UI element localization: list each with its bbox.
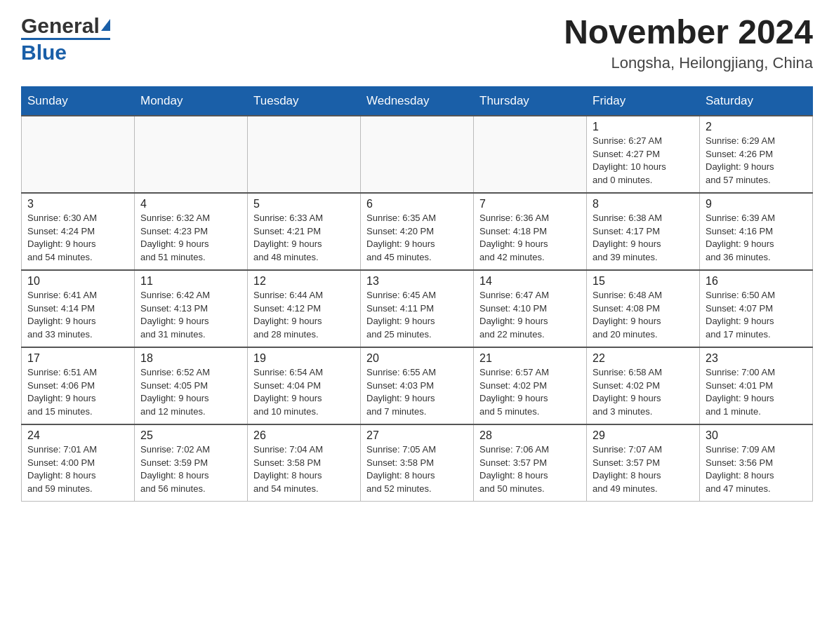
day-number: 3 [27, 198, 128, 210]
logo-general-text: General [21, 14, 100, 37]
calendar-cell: 5Sunrise: 6:33 AM Sunset: 4:21 PM Daylig… [248, 193, 361, 270]
day-number: 2 [706, 121, 807, 133]
day-number: 24 [27, 429, 128, 442]
calendar-cell: 14Sunrise: 6:47 AM Sunset: 4:10 PM Dayli… [474, 270, 587, 347]
day-info: Sunrise: 6:54 AM Sunset: 4:04 PM Dayligh… [253, 366, 355, 419]
logo: General Blue [21, 14, 110, 64]
calendar-cell: 28Sunrise: 7:06 AM Sunset: 3:57 PM Dayli… [474, 424, 587, 502]
day-info: Sunrise: 7:00 AM Sunset: 4:01 PM Dayligh… [706, 366, 807, 419]
calendar-cell: 25Sunrise: 7:02 AM Sunset: 3:59 PM Dayli… [135, 424, 248, 502]
calendar-cell: 24Sunrise: 7:01 AM Sunset: 4:00 PM Dayli… [22, 424, 135, 502]
day-number: 30 [706, 429, 807, 442]
day-number: 5 [253, 198, 355, 210]
day-number: 11 [140, 275, 241, 288]
day-number: 10 [27, 275, 128, 288]
column-header-tuesday: Tuesday [248, 86, 361, 116]
calendar-cell: 13Sunrise: 6:45 AM Sunset: 4:11 PM Dayli… [361, 270, 474, 347]
title-block: November 2024 Longsha, Heilongjiang, Chi… [564, 14, 813, 72]
day-number: 28 [479, 429, 581, 442]
day-info: Sunrise: 7:02 AM Sunset: 3:59 PM Dayligh… [140, 443, 241, 496]
calendar-cell: 21Sunrise: 6:57 AM Sunset: 4:02 PM Dayli… [474, 347, 587, 424]
day-info: Sunrise: 6:41 AM Sunset: 4:14 PM Dayligh… [27, 289, 128, 342]
calendar-cell: 1Sunrise: 6:27 AM Sunset: 4:27 PM Daylig… [587, 116, 700, 193]
day-info: Sunrise: 7:05 AM Sunset: 3:58 PM Dayligh… [366, 443, 468, 496]
calendar-cell: 18Sunrise: 6:52 AM Sunset: 4:05 PM Dayli… [135, 347, 248, 424]
day-info: Sunrise: 7:07 AM Sunset: 3:57 PM Dayligh… [593, 443, 694, 496]
column-header-sunday: Sunday [22, 86, 135, 116]
calendar-cell: 30Sunrise: 7:09 AM Sunset: 3:56 PM Dayli… [700, 424, 813, 502]
calendar-cell: 19Sunrise: 6:54 AM Sunset: 4:04 PM Dayli… [248, 347, 361, 424]
day-info: Sunrise: 6:45 AM Sunset: 4:11 PM Dayligh… [366, 289, 468, 342]
week-row-1: 1Sunrise: 6:27 AM Sunset: 4:27 PM Daylig… [22, 116, 813, 193]
day-number: 6 [366, 198, 468, 210]
day-number: 4 [140, 198, 241, 210]
calendar-cell [135, 116, 248, 193]
calendar-cell: 7Sunrise: 6:36 AM Sunset: 4:18 PM Daylig… [474, 193, 587, 270]
column-header-thursday: Thursday [474, 86, 587, 116]
calendar-cell: 23Sunrise: 7:00 AM Sunset: 4:01 PM Dayli… [700, 347, 813, 424]
day-info: Sunrise: 6:42 AM Sunset: 4:13 PM Dayligh… [140, 289, 241, 342]
day-number: 20 [366, 352, 468, 365]
calendar-cell: 4Sunrise: 6:32 AM Sunset: 4:23 PM Daylig… [135, 193, 248, 270]
day-info: Sunrise: 6:33 AM Sunset: 4:21 PM Dayligh… [253, 212, 355, 264]
calendar-cell: 11Sunrise: 6:42 AM Sunset: 4:13 PM Dayli… [135, 270, 248, 347]
day-number: 8 [593, 198, 694, 210]
calendar-cell: 27Sunrise: 7:05 AM Sunset: 3:58 PM Dayli… [361, 424, 474, 502]
calendar-cell: 16Sunrise: 6:50 AM Sunset: 4:07 PM Dayli… [700, 270, 813, 347]
day-info: Sunrise: 6:38 AM Sunset: 4:17 PM Dayligh… [593, 212, 694, 264]
day-number: 27 [366, 429, 468, 442]
calendar-cell: 17Sunrise: 6:51 AM Sunset: 4:06 PM Dayli… [22, 347, 135, 424]
day-number: 7 [479, 198, 581, 210]
week-row-5: 24Sunrise: 7:01 AM Sunset: 4:00 PM Dayli… [22, 424, 813, 502]
page-title: November 2024 [564, 14, 813, 51]
day-number: 17 [27, 352, 128, 365]
day-number: 1 [593, 121, 694, 133]
calendar-cell [474, 116, 587, 193]
day-number: 15 [593, 275, 694, 288]
day-number: 26 [253, 429, 355, 442]
day-info: Sunrise: 6:50 AM Sunset: 4:07 PM Dayligh… [706, 289, 807, 342]
day-info: Sunrise: 7:01 AM Sunset: 4:00 PM Dayligh… [27, 443, 128, 496]
day-info: Sunrise: 6:51 AM Sunset: 4:06 PM Dayligh… [27, 366, 128, 419]
day-info: Sunrise: 7:09 AM Sunset: 3:56 PM Dayligh… [706, 443, 807, 496]
calendar-cell: 9Sunrise: 6:39 AM Sunset: 4:16 PM Daylig… [700, 193, 813, 270]
day-number: 23 [706, 352, 807, 365]
calendar-cell: 2Sunrise: 6:29 AM Sunset: 4:26 PM Daylig… [700, 116, 813, 193]
calendar-cell: 6Sunrise: 6:35 AM Sunset: 4:20 PM Daylig… [361, 193, 474, 270]
week-row-3: 10Sunrise: 6:41 AM Sunset: 4:14 PM Dayli… [22, 270, 813, 347]
day-info: Sunrise: 6:36 AM Sunset: 4:18 PM Dayligh… [479, 212, 581, 264]
day-info: Sunrise: 6:29 AM Sunset: 4:26 PM Dayligh… [706, 135, 807, 187]
day-info: Sunrise: 7:06 AM Sunset: 3:57 PM Dayligh… [479, 443, 581, 496]
day-info: Sunrise: 6:48 AM Sunset: 4:08 PM Dayligh… [593, 289, 694, 342]
calendar-cell: 12Sunrise: 6:44 AM Sunset: 4:12 PM Dayli… [248, 270, 361, 347]
calendar-cell: 3Sunrise: 6:30 AM Sunset: 4:24 PM Daylig… [22, 193, 135, 270]
day-number: 12 [253, 275, 355, 288]
calendar-cell [22, 116, 135, 193]
day-info: Sunrise: 6:57 AM Sunset: 4:02 PM Dayligh… [479, 366, 581, 419]
day-number: 19 [253, 352, 355, 365]
day-number: 22 [593, 352, 694, 365]
day-number: 9 [706, 198, 807, 210]
day-info: Sunrise: 6:44 AM Sunset: 4:12 PM Dayligh… [253, 289, 355, 342]
week-row-4: 17Sunrise: 6:51 AM Sunset: 4:06 PM Dayli… [22, 347, 813, 424]
column-header-wednesday: Wednesday [361, 86, 474, 116]
day-number: 18 [140, 352, 241, 365]
day-info: Sunrise: 6:30 AM Sunset: 4:24 PM Dayligh… [27, 212, 128, 264]
day-info: Sunrise: 6:55 AM Sunset: 4:03 PM Dayligh… [366, 366, 468, 419]
calendar-cell: 29Sunrise: 7:07 AM Sunset: 3:57 PM Dayli… [587, 424, 700, 502]
column-header-monday: Monday [135, 86, 248, 116]
calendar-cell: 26Sunrise: 7:04 AM Sunset: 3:58 PM Dayli… [248, 424, 361, 502]
column-header-friday: Friday [587, 86, 700, 116]
day-info: Sunrise: 6:27 AM Sunset: 4:27 PM Dayligh… [593, 135, 694, 187]
day-info: Sunrise: 6:32 AM Sunset: 4:23 PM Dayligh… [140, 212, 241, 264]
day-info: Sunrise: 6:47 AM Sunset: 4:10 PM Dayligh… [479, 289, 581, 342]
day-number: 21 [479, 352, 581, 365]
page-header: General Blue November 2024 Longsha, Heil… [21, 14, 813, 72]
calendar-cell: 15Sunrise: 6:48 AM Sunset: 4:08 PM Dayli… [587, 270, 700, 347]
calendar-cell: 8Sunrise: 6:38 AM Sunset: 4:17 PM Daylig… [587, 193, 700, 270]
day-number: 14 [479, 275, 581, 288]
column-header-saturday: Saturday [700, 86, 813, 116]
calendar-cell: 10Sunrise: 6:41 AM Sunset: 4:14 PM Dayli… [22, 270, 135, 347]
day-number: 25 [140, 429, 241, 442]
calendar-cell: 22Sunrise: 6:58 AM Sunset: 4:02 PM Dayli… [587, 347, 700, 424]
